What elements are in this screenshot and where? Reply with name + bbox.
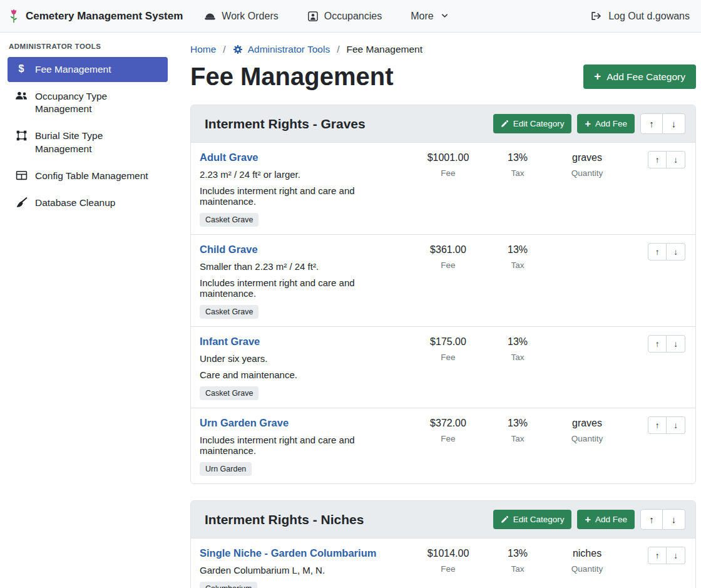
main-content: Home / Administrator Tools (175, 33, 701, 588)
fee-tax-column: 13% Tax (486, 335, 549, 362)
admin-tools-sidebar: Administrator Tools $ Fee Management Occ… (0, 33, 175, 588)
fee-descriptions: 2.23 m² / 24 ft² or larger.Includes inte… (200, 169, 410, 207)
edit-category-button[interactable]: Edit Category (493, 114, 572, 134)
edit-category-label: Edit Category (513, 120, 565, 128)
fee-amount-label: Fee (414, 434, 483, 443)
fee-amount-label: Fee (414, 168, 483, 178)
fee-amount-column: $372.00 Fee (414, 416, 483, 443)
fee-info: Urn Garden Grave Includes interment righ… (200, 416, 410, 476)
logout-button[interactable]: Log Out d.gowans (590, 11, 690, 22)
fee-name-link[interactable]: Child Grave (200, 244, 258, 255)
fee-description: Care and maintenance. (200, 369, 410, 380)
fee-amount-value: $361.00 (414, 244, 483, 255)
fee-amount-label: Fee (414, 260, 483, 270)
sidebar-item-label: Burial Site Type Management (35, 130, 160, 155)
fee-tax-value: 13% (486, 548, 549, 559)
arrow-up-icon: ↑ (649, 118, 654, 129)
sidebar-item-database-cleanup[interactable]: Database Cleanup (8, 190, 168, 215)
arrow-up-icon: ↑ (649, 514, 654, 525)
fee-description: Includes interment right and care and ma… (200, 185, 410, 207)
add-fee-button[interactable]: + Add Fee (577, 114, 635, 134)
move-fee-down-button[interactable]: ↓ (667, 151, 685, 168)
fee-list: Adult Grave 2.23 m² / 24 ft² or larger.I… (191, 143, 695, 483)
fee-tag: Casket Grave (200, 305, 258, 319)
move-fee-down-button[interactable]: ↓ (667, 243, 685, 260)
fee-name-link[interactable]: Urn Garden Grave (200, 417, 289, 429)
nav-item-work-orders[interactable]: Work Orders (204, 11, 278, 22)
fee-reorder-group: ↑ ↓ (648, 416, 685, 434)
move-fee-up-button[interactable]: ↑ (648, 416, 667, 434)
category-header: Interment Rights - Graves Edit Category … (191, 105, 695, 143)
fee-tag: Casket Grave (200, 386, 258, 400)
move-category-up-button[interactable]: ↑ (640, 113, 663, 134)
pencil-icon (501, 515, 509, 524)
move-fee-up-button[interactable]: ↑ (648, 547, 667, 564)
chevron-down-icon (441, 12, 449, 20)
logout-icon (590, 11, 602, 21)
move-fee-down-button[interactable]: ↓ (667, 335, 685, 353)
page-title: Fee Management (190, 63, 394, 91)
top-navbar: Cemetery Management System Work Orders O… (0, 0, 701, 33)
table-icon (15, 170, 28, 180)
fee-reorder-group: ↑ ↓ (648, 547, 685, 564)
add-fee-category-button[interactable]: + Add Fee Category (583, 64, 696, 90)
move-fee-down-button[interactable]: ↓ (667, 416, 685, 434)
nav-item-occupancies[interactable]: Occupancies (307, 11, 382, 22)
fee-tag: Urn Garden (200, 462, 252, 476)
sidebar-item-label: Fee Management (35, 63, 111, 76)
move-fee-up-button[interactable]: ↑ (648, 335, 667, 353)
fee-amount-column: $1001.00 Fee (414, 151, 483, 178)
sidebar-heading: Administrator Tools (9, 43, 168, 50)
fee-name-link[interactable]: Single Niche - Garden Columbarium (200, 547, 376, 559)
fee-quantity-label: Quantity (553, 564, 622, 574)
fee-quantity-column: graves Quantity (553, 416, 622, 443)
breadcrumb-admin-tools-link[interactable]: Administrator Tools (233, 44, 330, 55)
fee-quantity-value: niches (553, 548, 622, 559)
move-category-up-button[interactable]: ↑ (640, 509, 663, 530)
nav-item-label: Work Orders (222, 11, 278, 22)
fee-descriptions: Under six years.Care and maintenance. (200, 353, 410, 380)
breadcrumb: Home / Administrator Tools (190, 44, 696, 55)
edit-category-button[interactable]: Edit Category (493, 510, 572, 530)
fee-info: Child Grave Smaller than 2.23 m² / 24 ft… (200, 243, 410, 319)
nav-item-label: Occupancies (324, 11, 382, 22)
fee-name-link[interactable]: Adult Grave (200, 152, 258, 163)
fee-quantity-column: niches Quantity (553, 547, 622, 574)
fee-row: Single Niche - Garden Columbarium Garden… (191, 539, 695, 588)
add-fee-button[interactable]: + Add Fee (577, 510, 635, 530)
fee-quantity-column (553, 243, 622, 248)
move-fee-up-button[interactable]: ↑ (648, 151, 667, 168)
fee-name-link[interactable]: Infant Grave (200, 336, 260, 348)
breadcrumb-current: Fee Management (347, 44, 423, 55)
fee-amount-label: Fee (414, 353, 483, 362)
fee-quantity-value: graves (553, 418, 622, 429)
nav-item-more[interactable]: More (411, 11, 448, 22)
sidebar-item-occupancy-type-management[interactable]: Occupancy Type Management (8, 84, 168, 121)
move-fee-down-button[interactable]: ↓ (667, 547, 685, 564)
fee-description: Garden Columbarium L, M, N. (200, 565, 410, 575)
category-actions: Edit Category + Add Fee ↑ ↓ (493, 113, 685, 134)
fee-categories: Interment Rights - Graves Edit Category … (190, 105, 696, 588)
sidebar-item-fee-management[interactable]: $ Fee Management (8, 57, 168, 82)
app-brand[interactable]: Cemetery Management System (8, 8, 183, 24)
fee-row: Child Grave Smaller than 2.23 m² / 24 ft… (191, 235, 695, 327)
move-category-down-button[interactable]: ↓ (663, 113, 685, 134)
plus-icon: + (594, 72, 601, 81)
arrow-up-icon: ↑ (655, 247, 660, 257)
nav-item-label: More (411, 11, 433, 22)
sidebar-item-config-table-management[interactable]: Config Table Management (8, 163, 168, 188)
fee-tax-label: Tax (486, 564, 549, 574)
fee-amount-value: $372.00 (414, 418, 483, 429)
category-reorder-group: ↑ ↓ (640, 509, 685, 530)
fee-descriptions: Garden Columbarium L, M, N. (200, 565, 410, 575)
breadcrumb-home-link[interactable]: Home (190, 44, 216, 55)
move-fee-up-button[interactable]: ↑ (648, 243, 667, 260)
arrow-up-icon: ↑ (655, 551, 660, 560)
sidebar-item-burial-site-type-management[interactable]: Burial Site Type Management (8, 123, 168, 161)
fee-tax-label: Tax (486, 434, 549, 443)
fee-amount-value: $175.00 (414, 336, 483, 348)
move-category-down-button[interactable]: ↓ (663, 509, 685, 530)
edit-category-label: Edit Category (513, 515, 565, 524)
logout-label: Log Out d.gowans (608, 11, 690, 22)
fee-description: Under six years. (200, 353, 410, 364)
